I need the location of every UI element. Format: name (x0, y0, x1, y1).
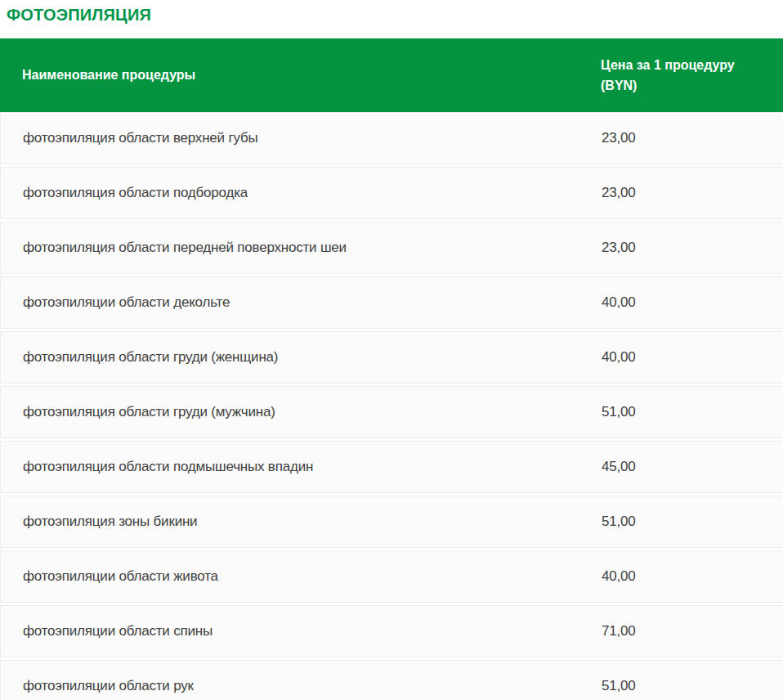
column-header-procedure-name: Наименование процедуры (0, 68, 601, 83)
table-row: фотоэпиляция области верхней губы 23,00 (0, 112, 783, 164)
price-cell: 40,00 (602, 568, 765, 585)
table-header-row: Наименование процедуры Цена за 1 процеду… (0, 38, 783, 112)
procedure-name-cell: фотоэпиляция области верхней губы (1, 130, 602, 146)
table-row: фотоэпиляции области живота 40,00 (0, 550, 783, 603)
table-body: фотоэпиляция области верхней губы 23,00 … (0, 112, 783, 700)
procedure-name-cell: фотоэпиляция области подбородка (1, 185, 602, 201)
price-cell: 23,00 (602, 185, 765, 201)
price-cell: 71,00 (602, 623, 765, 639)
procedure-name-cell: фотоэпиляции области рук (1, 678, 602, 694)
price-cell: 40,00 (602, 294, 765, 311)
table-row: фотоэпиляция зоны бикини 51,00 (0, 496, 783, 548)
price-table: Наименование процедуры Цена за 1 процеду… (0, 38, 783, 700)
table-row: фотоэпиляции области спины 71,00 (0, 605, 783, 657)
table-row: фотоэпиляция области груди (мужчина) 51,… (0, 386, 783, 438)
price-cell: 40,00 (602, 349, 765, 366)
procedure-name-cell: фотоэпиляции области живота (1, 568, 602, 585)
price-cell: 51,00 (602, 678, 765, 694)
procedure-name-cell: фотоэпиляция области подмышечных впадин (1, 459, 602, 475)
price-cell: 51,00 (602, 514, 765, 530)
table-row: фотоэпиляция области передней поверхност… (0, 222, 783, 274)
photoepilation-price-page: ФОТОЭПИЛЯЦИЯ Наименование процедуры Цена… (0, 7, 783, 700)
price-cell: 23,00 (602, 130, 765, 146)
procedure-name-cell: фотоэпиляция области передней поверхност… (1, 240, 602, 256)
procedure-name-cell: фотоэпиляции области спины (1, 623, 602, 639)
price-cell: 51,00 (602, 404, 765, 420)
procedure-name-cell: фотоэпиляции области декольте (1, 294, 602, 311)
price-cell: 45,00 (602, 459, 765, 475)
column-header-price: Цена за 1 процедуру (BYN) (601, 55, 764, 96)
table-row: фотоэпиляция области груди (женщина) 40,… (0, 331, 783, 384)
table-row: фотоэпиляция области подмышечных впадин … (0, 441, 783, 493)
procedure-name-cell: фотоэпиляция области груди (мужчина) (1, 404, 602, 420)
table-row: фотоэпиляция области подбородка 23,00 (0, 167, 783, 219)
table-row: фотоэпиляции области рук 51,00 (0, 660, 783, 700)
procedure-name-cell: фотоэпиляция зоны бикини (1, 514, 602, 530)
page-title: ФОТОЭПИЛЯЦИЯ (7, 7, 783, 23)
table-row: фотоэпиляции области декольте 40,00 (0, 276, 783, 329)
price-cell: 23,00 (602, 240, 765, 256)
procedure-name-cell: фотоэпиляция области груди (женщина) (1, 349, 602, 366)
